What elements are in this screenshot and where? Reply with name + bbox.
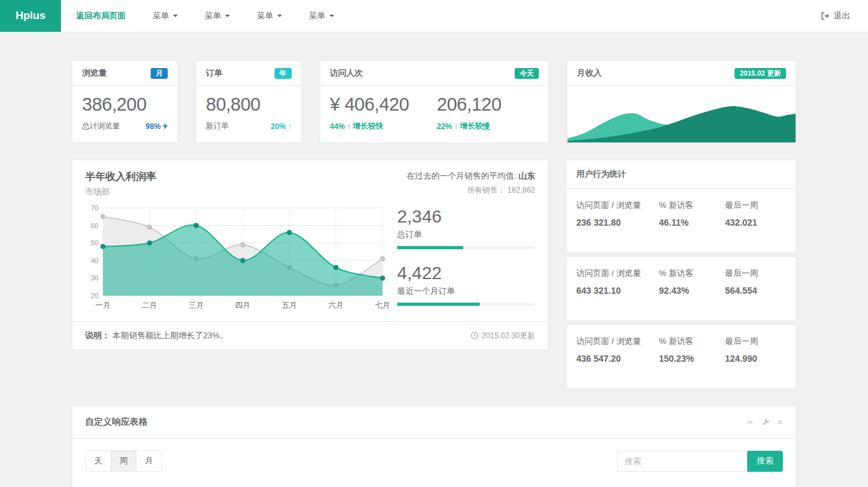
logout-button[interactable]: 退出 bbox=[820, 0, 850, 32]
sign-out-icon bbox=[820, 11, 829, 20]
income-badge: 2015.02 更新 bbox=[735, 68, 786, 79]
orders-percent: 20% bbox=[271, 122, 286, 131]
visits-right-text: 增长较慢 bbox=[460, 121, 491, 132]
row1-col2-value: 46.11% bbox=[659, 217, 720, 228]
row3-col2-label: % 新访客 bbox=[659, 335, 720, 348]
back-to-layout-link[interactable]: 返回布局页面 bbox=[76, 10, 126, 22]
order-stats: 2,346 总订单 4,422 最近一个月订单 bbox=[397, 203, 535, 320]
income-card-title: 月收入 bbox=[577, 67, 602, 79]
income-card-header: 月收入 2015.02 更新 bbox=[567, 61, 796, 86]
visits-card: 访问人次 今天 ¥ 406,420 44% ↑ 增长较快 206,120 22% bbox=[320, 60, 549, 143]
chevron-down-icon bbox=[173, 15, 178, 17]
svg-text:一月: 一月 bbox=[95, 301, 111, 310]
month-orders-value: 4,422 bbox=[397, 263, 535, 284]
column-date: 日期 bbox=[591, 482, 710, 487]
views-card-header: 浏览量 月 bbox=[72, 61, 177, 86]
half-year-profit-card: 半年收入利润率 市场部 在过去的一个月销售的平均值: 山东 所有销售： 162,… bbox=[72, 160, 548, 350]
views-card: 浏览量 月 386,200 总计浏览量 98% bbox=[72, 60, 178, 143]
month-orders-progress-bar bbox=[397, 303, 480, 306]
column-action: 操作 bbox=[710, 482, 783, 487]
visits-card-title: 访问人次 bbox=[330, 67, 363, 79]
footer-update-text: 2015.02.30更新 bbox=[482, 331, 535, 341]
row3-col1-label: 访问页面 / 浏览量 bbox=[576, 335, 654, 348]
nav-menu-3[interactable]: 菜单 bbox=[257, 0, 282, 32]
nav-menu-2[interactable]: 菜单 bbox=[205, 0, 230, 32]
monthly-income-card: 月收入 2015.02 更新 bbox=[567, 60, 796, 143]
filter-week-button[interactable]: 周 bbox=[111, 450, 137, 472]
svg-text:七月: 七月 bbox=[375, 301, 390, 310]
row3-col3-label: 最后一周 bbox=[725, 335, 786, 348]
projects-table: 项目 进度 任务 日期 操作 bbox=[85, 482, 783, 487]
level-up-icon: ↑ bbox=[347, 122, 351, 131]
page-content: 浏览量 月 386,200 总计浏览量 98% 订单 年 80, bbox=[72, 32, 796, 487]
responsive-table-card: 自定义响应表格 × 天 周 月 bbox=[72, 406, 796, 487]
total-orders-progress-bar bbox=[397, 246, 463, 249]
table-search: 搜索 bbox=[617, 451, 783, 472]
row2-col2-value: 92.43% bbox=[659, 285, 720, 296]
month-orders-progress bbox=[397, 303, 535, 306]
filter-month-button[interactable]: 月 bbox=[136, 450, 162, 472]
main-row: 半年收入利润率 市场部 在过去的一个月销售的平均值: 山东 所有销售： 162,… bbox=[72, 160, 796, 389]
search-input[interactable] bbox=[617, 451, 747, 472]
column-project: 项目 bbox=[85, 482, 462, 487]
svg-text:20: 20 bbox=[91, 292, 98, 299]
user-stats-row: 访问页面 / 浏览量 643 321.10 % 新访客 92.43% 最后一周 … bbox=[566, 256, 796, 321]
svg-text:五月: 五月 bbox=[281, 301, 297, 310]
visits-right-col: 206,120 22% ↑ 增长较慢 bbox=[437, 94, 501, 132]
views-value: 386,200 bbox=[82, 94, 168, 115]
column-task: 任务 bbox=[525, 482, 591, 487]
user-behaviour-column: 用户行为统计 访问页面 / 浏览量 236 321.80 % 新访客 46.11… bbox=[566, 160, 796, 389]
visits-left-text: 增长较快 bbox=[353, 121, 383, 132]
chevron-down-icon bbox=[277, 15, 282, 17]
views-percent: 98% bbox=[146, 122, 161, 131]
table-card-body: 天 周 月 搜索 项目 进度 任务 日期 操作 bbox=[72, 439, 796, 487]
sales-card-body: 203040506070一月二月三月四月五月六月七月 2,346 总订单 4,4… bbox=[85, 203, 535, 320]
svg-text:70: 70 bbox=[91, 204, 98, 212]
row1-col3-label: 最后一周 bbox=[725, 199, 786, 212]
views-badge: 月 bbox=[151, 68, 168, 79]
level-up-icon: ↑ bbox=[288, 122, 292, 131]
views-label: 总计浏览量 bbox=[82, 121, 120, 132]
close-button[interactable]: × bbox=[778, 418, 783, 427]
table-toolbar: 天 周 月 搜索 bbox=[85, 450, 783, 472]
orders-label: 新订单 bbox=[206, 121, 229, 132]
row1-col1-value: 236 321.80 bbox=[576, 217, 654, 228]
search-button[interactable]: 搜索 bbox=[747, 451, 783, 472]
collapse-button[interactable] bbox=[747, 419, 754, 426]
row2-col1-label: 访问页面 / 浏览量 bbox=[576, 267, 654, 280]
sales-card-subtitle: 市场部 bbox=[85, 186, 156, 198]
row3-col3-value: 124.990 bbox=[725, 353, 786, 364]
filter-day-button[interactable]: 天 bbox=[85, 450, 111, 472]
user-stats-row: 访问页面 / 浏览量 436 547.20 % 新访客 150.23% 最后一周… bbox=[566, 324, 796, 389]
orders-card-body: 80,800 新订单 20% ↑ bbox=[196, 86, 301, 141]
visits-badge: 今天 bbox=[515, 68, 539, 79]
visits-card-body: ¥ 406,420 44% ↑ 增长较快 206,120 22% ↑ 增长较慢 bbox=[320, 86, 548, 141]
views-card-title: 浏览量 bbox=[82, 67, 107, 79]
sales-card-footer: 说明： 本期销售额比上期增长了23%。 2015.02.30更新 bbox=[72, 321, 548, 350]
total-orders-value: 2,346 bbox=[397, 207, 535, 227]
row2-col3-value: 564.554 bbox=[725, 285, 786, 296]
visits-left-col: ¥ 406,420 44% ↑ 增长较快 bbox=[330, 94, 409, 132]
nav-menu-1[interactable]: 菜单 bbox=[153, 0, 178, 32]
nav-menu-4[interactable]: 菜单 bbox=[309, 0, 334, 32]
chevron-down-icon bbox=[329, 15, 334, 17]
brand-logo[interactable]: Hplus bbox=[0, 0, 61, 32]
period-filter-group: 天 周 月 bbox=[85, 450, 162, 472]
all-sales-label: 所有销售： bbox=[467, 186, 505, 195]
nav-menu-3-label: 菜单 bbox=[257, 10, 273, 22]
sales-card-title: 半年收入利润率 bbox=[85, 170, 156, 184]
svg-text:六月: 六月 bbox=[329, 301, 344, 310]
nav-menu-4-label: 菜单 bbox=[309, 10, 325, 22]
chevron-up-icon bbox=[747, 419, 754, 426]
settings-button[interactable] bbox=[762, 418, 770, 426]
orders-card-title: 订单 bbox=[206, 67, 222, 79]
income-area-chart bbox=[567, 93, 796, 142]
svg-text:50: 50 bbox=[91, 239, 98, 247]
clock-icon bbox=[471, 332, 478, 340]
row2-col2-label: % 新访客 bbox=[659, 267, 720, 280]
all-sales-value: 162,862 bbox=[508, 186, 535, 195]
column-progress: 进度 bbox=[462, 482, 525, 487]
footer-note-text: 本期销售额比上期增长了23%。 bbox=[112, 331, 228, 340]
orders-card: 订单 年 80,800 新订单 20% ↑ bbox=[196, 60, 302, 143]
stats-row: 浏览量 月 386,200 总计浏览量 98% 订单 年 80, bbox=[72, 60, 796, 143]
